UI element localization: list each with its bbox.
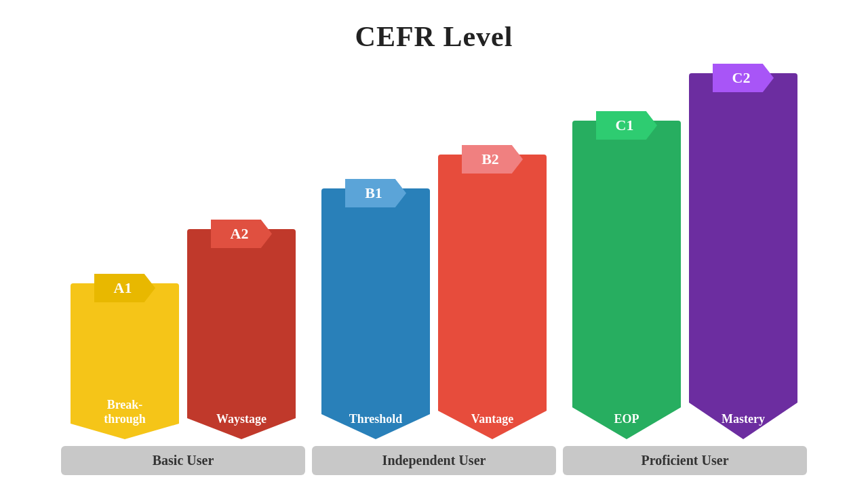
bar-b1: ThresholdB1 <box>321 188 430 439</box>
bar-sublabel-c1: EOP <box>614 412 639 427</box>
label-independent: Independent User <box>312 446 556 475</box>
page: CEFR Level Break- throughA1WaystageA2Bas… <box>0 0 868 488</box>
badge-b2: B2 <box>462 145 523 174</box>
badge-c2: C2 <box>713 64 774 92</box>
badge-a1: A1 <box>94 274 155 302</box>
chart-container: Break- throughA1WaystageA2Basic UserThre… <box>41 73 827 475</box>
bar-c2: MasteryC2 <box>689 73 797 439</box>
bar-sublabel-b1: Threshold <box>349 412 403 427</box>
group-independent: ThresholdB1VantageB2Independent User <box>312 155 556 475</box>
group-basic: Break- throughA1WaystageA2Basic User <box>61 229 305 475</box>
bar-sublabel-a1: Break- through <box>104 398 146 427</box>
bar-c1: EOPC1 <box>572 121 681 439</box>
bar-sublabel-b2: Vantage <box>471 412 513 427</box>
badge-c1: C1 <box>596 111 657 140</box>
badge-b1: B1 <box>345 179 406 207</box>
bar-a1: Break- throughA1 <box>71 283 179 439</box>
label-proficient: Proficient User <box>563 446 807 475</box>
group-proficient: EOPC1MasteryC2Proficient User <box>563 73 807 475</box>
label-basic: Basic User <box>61 446 305 475</box>
chart-area: Break- throughA1WaystageA2Basic UserThre… <box>41 73 827 475</box>
bar-sublabel-a2: Waystage <box>216 412 267 427</box>
badge-a2: A2 <box>211 220 272 248</box>
page-title: CEFR Level <box>355 20 513 53</box>
bar-a2: WaystageA2 <box>187 229 296 439</box>
bar-b2: VantageB2 <box>438 155 547 439</box>
bar-sublabel-c2: Mastery <box>722 412 765 427</box>
